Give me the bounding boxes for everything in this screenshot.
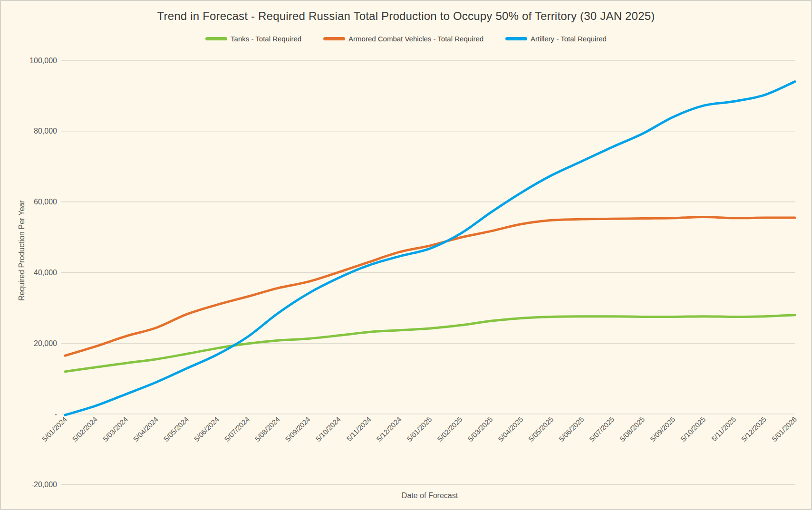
x-tick-label: 5/07/2025 xyxy=(588,415,616,443)
x-tick-label: 5/05/2024 xyxy=(162,415,190,443)
x-tick-label: 5/04/2025 xyxy=(496,415,524,443)
series-line-armored xyxy=(65,217,795,356)
y-tick-label: -20,000 xyxy=(31,481,57,489)
x-tick-label: 5/10/2025 xyxy=(679,415,707,443)
y-tick-label: 20,000 xyxy=(34,339,57,347)
series-line-artillery xyxy=(65,82,795,415)
x-tick-label: 5/02/2024 xyxy=(71,415,99,443)
x-tick-label: 5/01/2024 xyxy=(40,415,68,443)
x-tick-label: 5/12/2024 xyxy=(375,415,403,443)
x-tick-label: 5/02/2025 xyxy=(435,415,464,443)
y-tick-label: 60,000 xyxy=(34,198,57,206)
x-tick-label: 5/08/2025 xyxy=(618,415,646,443)
y-tick-label: - xyxy=(55,410,57,418)
x-tick-label: 5/04/2024 xyxy=(132,415,160,443)
x-tick-label: 5/08/2024 xyxy=(253,415,281,443)
x-tick-label: 5/06/2024 xyxy=(193,415,221,443)
x-tick-label: 5/11/2025 xyxy=(710,415,737,443)
x-tick-label: 5/09/2024 xyxy=(284,415,312,443)
x-tick-label: 5/01/2025 xyxy=(405,415,433,443)
x-tick-label: 5/09/2025 xyxy=(648,415,677,443)
chart-frame: Trend in Forecast - Required Russian Tot… xyxy=(0,0,812,510)
x-tick-label: 5/01/2026 xyxy=(770,415,798,443)
x-tick-label: 5/03/2024 xyxy=(101,415,129,443)
plot-area: 100,00080,00060,00040,00020,000--20,0005… xyxy=(1,1,812,510)
x-tick-label: 5/07/2024 xyxy=(223,415,251,443)
x-tick-label: 5/11/2024 xyxy=(345,415,372,443)
y-tick-label: 100,000 xyxy=(29,57,57,65)
x-tick-label: 5/06/2025 xyxy=(557,415,585,443)
x-tick-label: 5/10/2024 xyxy=(314,415,342,443)
x-tick-label: 5/12/2025 xyxy=(740,415,768,443)
x-tick-label: 5/05/2025 xyxy=(527,415,555,443)
y-tick-label: 40,000 xyxy=(34,269,57,277)
y-tick-label: 80,000 xyxy=(34,127,57,135)
x-tick-label: 5/03/2025 xyxy=(466,415,494,443)
